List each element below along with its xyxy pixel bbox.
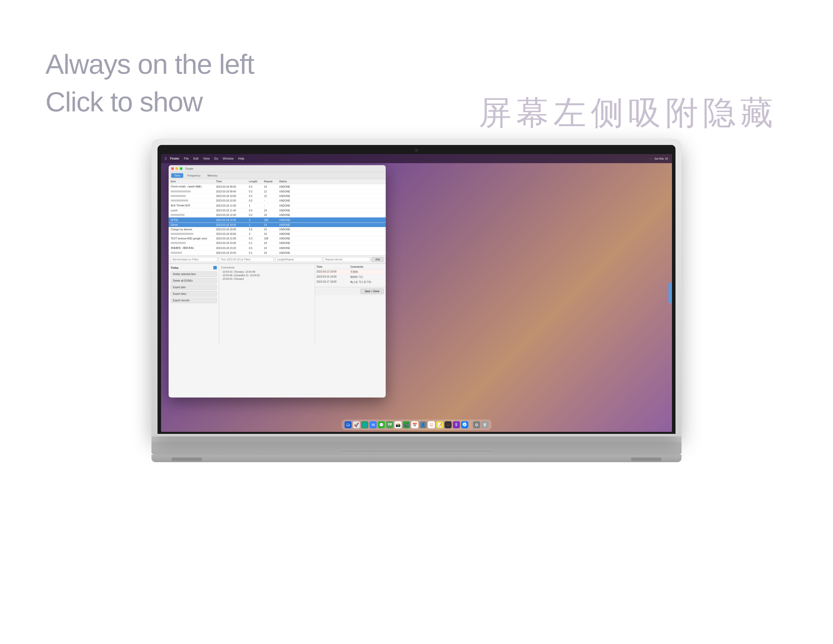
table-row[interactable]: 2023-03-18 12:40 0.2 24 UNDONE (169, 213, 386, 217)
fullscreen-button[interactable] (180, 167, 182, 170)
menu-help[interactable]: Help (238, 157, 244, 160)
window-title: Finder (185, 167, 193, 170)
delete-selected-button[interactable]: Delete selected item (170, 272, 217, 277)
dock-icon-safari[interactable]: 🌐 (361, 421, 368, 428)
row-status: UNDONE (279, 214, 302, 216)
dock-icon-settings[interactable]: ⚙ (473, 421, 480, 428)
traffic-lights (171, 167, 182, 170)
dock-icon-facetime[interactable]: 📹 (403, 421, 410, 428)
table-row-selected[interactable]: Dinner 2023-03-18 18:00 1 24 UNDONE (169, 223, 386, 227)
dock-icon-finder[interactable]: 🗂 (344, 421, 352, 428)
close-button[interactable] (171, 167, 174, 170)
screen:  Finder File Edit View Go Window Help ·… (161, 154, 672, 432)
add-button[interactable]: Add (371, 257, 384, 262)
column-headers: Item Time Length Repeat Status (169, 179, 386, 184)
row-length: 1 (249, 204, 264, 207)
row-item: 读书会 (170, 218, 216, 222)
row-length: 0.3 (249, 190, 264, 193)
rr-time: 2023-03-16 18:00 (317, 275, 351, 279)
rr-time: 2023-03-17 18:00 (317, 280, 351, 284)
tagline-chinese: 屏幕左侧吸附隐藏 (479, 91, 777, 135)
row-length: 0.5 (249, 185, 264, 188)
menu-window[interactable]: Window (223, 157, 233, 160)
save-done-button[interactable]: Save + Done (360, 289, 384, 294)
tab-time[interactable]: Time (171, 173, 183, 178)
input-row: Add (169, 255, 386, 264)
row-item (170, 199, 216, 202)
table-row[interactable]: 2023-03-18 23:45 0.1 24 UNDONE (169, 251, 386, 255)
col-status: Status (279, 180, 302, 183)
right-panel-headers: Time Comments (317, 266, 384, 269)
right-panel-row: 2023-03-16 18:00 期间吃 711 (317, 275, 384, 280)
dock-icon-contacts[interactable]: 👤 (420, 421, 426, 428)
row-repeat: 168 (264, 237, 279, 240)
export-records-button[interactable]: Export records (170, 298, 217, 303)
menu-edit[interactable]: Edit (193, 157, 199, 160)
camera-notch (415, 148, 418, 152)
table-row[interactable]: Charge my devices 2023-03-18 20:00 0.5 2… (169, 227, 386, 232)
menu-bar-right: ··· Sat Mar 18 (650, 157, 668, 160)
repeat-input[interactable] (323, 257, 370, 262)
tab-memory[interactable]: Memory (204, 173, 220, 178)
export-plan-button[interactable]: Export plan (170, 285, 217, 290)
time-input[interactable] (219, 257, 274, 262)
dock-icon-appstore[interactable]: 🅐 (461, 421, 468, 428)
row-repeat: 24 (264, 228, 279, 231)
table-row[interactable]: 2023-03-18 10:00 0.2 12 UNDONE (169, 194, 386, 198)
col-item: Item (170, 180, 216, 183)
row-status: UNDONE (279, 224, 302, 226)
app-window: Finder Time Frequency Memory Item Time (169, 165, 386, 398)
menu-go[interactable]: Go (214, 157, 218, 160)
table-row[interactable]: 发布 Tomato 软件 2023-03-18 11:00 1 - UNDONE (169, 203, 386, 208)
tab-frequency[interactable]: Frequency (184, 173, 203, 178)
row-status: UNDONE (279, 209, 302, 212)
dock-icon-launchpad[interactable]: 🚀 (353, 421, 360, 428)
dock-icon-photos[interactable]: 📸 (394, 421, 402, 428)
length-input[interactable] (275, 257, 322, 262)
row-time: 2023-03-18 14:45 (216, 219, 249, 222)
row-item (170, 233, 216, 235)
dock-icon-trash[interactable]: 🗑 (481, 421, 489, 428)
menu-view[interactable]: View (203, 157, 210, 160)
table-row[interactable]: 准备睡觉（睡前准备） 2023-03-18 23:20 0.5 24 UNDON… (169, 245, 386, 251)
menu-datetime: Sat Mar 18 (654, 157, 668, 160)
comments-label: Comments (221, 266, 313, 269)
dock-icon-messages[interactable]: 💬 (378, 421, 385, 428)
menu-file[interactable]: File (184, 157, 189, 160)
row-length: 0.2 (249, 195, 264, 198)
table-row[interactable]: 2023-03-18 09:40 0.3 12 UNDONE (169, 189, 386, 194)
row-item (170, 195, 216, 198)
row-repeat: 24 (264, 209, 279, 212)
menu-finder[interactable]: Finder (170, 157, 180, 160)
table-row-highlighted[interactable]: 读书会 2023-03-18 14:45 3 168 UNDONE (169, 217, 386, 223)
row-time: 2023-03-18 11:40 (216, 209, 249, 212)
row-time: 2023-03-18 12:40 (216, 214, 249, 216)
macbook-bottom-bar (151, 436, 682, 442)
table-row[interactable]: 2023-03-18 10:30 0.5 - UNDONE (169, 198, 386, 203)
table-row[interactable]: TEXT textnow AND google voice 2023-03-18… (169, 237, 386, 241)
dock-icon-podcasts[interactable]: 🎙 (453, 421, 460, 428)
today-checkbox[interactable] (213, 266, 217, 269)
table-row[interactable]: Lunch 2023-03-18 11:40 0.5 24 UNDONE (169, 208, 386, 213)
dock-icon-reminders[interactable]: ☑ (428, 421, 435, 428)
dock-icon-notes[interactable]: 📝 (436, 421, 443, 428)
log-entry-1: · 10:54:43 -(Tomato)- 10:54:48 (221, 270, 313, 273)
dock-icon-maps[interactable]: 🗺 (386, 421, 393, 428)
row-time: 2023-03-18 11:00 (216, 204, 249, 207)
data-table[interactable]: Check emails（spark+阅邮） 2023-03-18 09:00 … (169, 184, 386, 255)
table-row[interactable]: Check emails（spark+阅邮） 2023-03-18 09:00 … (169, 184, 386, 189)
row-length: 0.5 (249, 228, 264, 231)
export-diary-button[interactable]: Export diary (170, 291, 217, 296)
table-row[interactable]: 2023-03-18 20:00 3 24 UNDONE (169, 232, 386, 237)
delete-dones-button[interactable]: Delete all DONEs (170, 278, 217, 283)
dock-icon-mail[interactable]: ✉ (370, 421, 376, 428)
row-status: UNDONE (279, 190, 302, 193)
table-row[interactable]: 2023-03-18 23:00 0.1 24 UNDONE (169, 241, 386, 245)
minimize-button[interactable] (175, 167, 178, 170)
dock-icon-calendar[interactable]: 📅 (411, 421, 418, 428)
row-length: 0.1 (249, 242, 264, 245)
item-input[interactable] (170, 257, 217, 262)
dock-icon-music[interactable]: ♫ (444, 421, 452, 428)
foot-right (631, 457, 661, 461)
sidebar-tab[interactable] (668, 283, 672, 303)
